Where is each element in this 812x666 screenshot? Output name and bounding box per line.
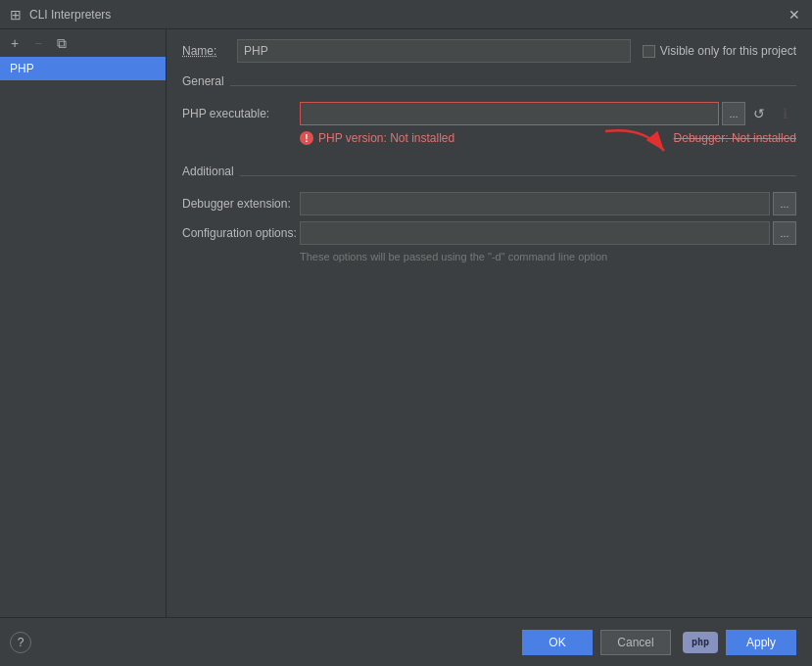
additional-title: Additional: [182, 165, 234, 178]
add-interpreter-button[interactable]: +: [4, 32, 25, 54]
name-input[interactable]: [237, 39, 631, 63]
hint-text: These options will be passed using the "…: [300, 251, 796, 262]
title-bar-text: CLI Interpreters: [29, 8, 785, 22]
additional-divider: [240, 175, 796, 176]
debugger-status-container: Debugger: Not installed: [674, 131, 796, 145]
interpreter-list: PHP: [0, 57, 166, 617]
general-divider: [230, 85, 796, 86]
php-refresh-button[interactable]: ↺: [747, 102, 771, 125]
configuration-options-row: Configuration options: ...: [182, 221, 796, 245]
dialog-icon: ⊞: [8, 7, 24, 23]
ok-button[interactable]: OK: [522, 630, 593, 655]
dialog-body: + − ⧉ PHP Name: Visible only for this pr…: [0, 29, 812, 617]
php-version-status: ! PHP version: Not installed: [300, 131, 454, 145]
remove-interpreter-button[interactable]: −: [27, 32, 49, 54]
error-icon: !: [300, 131, 313, 145]
debugger-browse-button[interactable]: ...: [773, 192, 796, 215]
php-badge: php: [683, 632, 718, 653]
configuration-options-label: Configuration options:: [182, 226, 300, 240]
general-header: General: [182, 74, 796, 96]
help-button[interactable]: ?: [10, 632, 31, 653]
additional-header: Additional: [182, 165, 796, 186]
status-row: ! PHP version: Not installed Debugger: N…: [300, 131, 796, 145]
general-title: General: [182, 74, 224, 88]
additional-section: Additional Debugger extension: ... Confi…: [182, 165, 796, 262]
left-toolbar: + − ⧉: [0, 29, 166, 57]
close-button[interactable]: ✕: [785, 5, 804, 24]
config-browse-button[interactable]: ...: [773, 221, 796, 245]
title-bar: ⊞ CLI Interpreters ✕: [0, 0, 812, 29]
php-info-button[interactable]: ℹ: [773, 102, 796, 125]
interpreter-item-php[interactable]: PHP: [0, 57, 166, 80]
visible-label: Visible only for this project: [660, 44, 796, 58]
footer-right: OK Cancel php Apply: [522, 630, 796, 655]
name-label: Name:: [182, 44, 231, 58]
general-section: General PHP executable: ... ↺ ℹ ! PHP ve…: [182, 74, 796, 155]
debugger-extension-input[interactable]: [300, 192, 770, 215]
visible-checkbox[interactable]: [643, 45, 655, 58]
left-panel: + − ⧉ PHP: [0, 29, 167, 617]
cancel-button[interactable]: Cancel: [600, 630, 671, 655]
copy-interpreter-button[interactable]: ⧉: [51, 32, 72, 54]
name-row: Name: Visible only for this project: [182, 39, 796, 63]
visible-checkbox-area: Visible only for this project: [643, 44, 796, 58]
debugger-status-text: Debugger: Not installed: [674, 131, 796, 145]
php-executable-row: PHP executable: ... ↺ ℹ: [182, 102, 796, 125]
bottom-bar: ? OK Cancel php Apply: [0, 617, 812, 666]
configuration-options-input[interactable]: [300, 221, 770, 245]
red-arrow-annotation: [596, 121, 674, 170]
php-version-text: PHP version: Not installed: [318, 131, 454, 145]
debugger-extension-label: Debugger extension:: [182, 197, 300, 211]
apply-button[interactable]: Apply: [726, 630, 796, 655]
php-browse-button[interactable]: ...: [722, 102, 745, 125]
debugger-extension-row: Debugger extension: ...: [182, 192, 796, 215]
right-panel: Name: Visible only for this project Gene…: [167, 29, 812, 617]
php-executable-label: PHP executable:: [182, 107, 300, 120]
